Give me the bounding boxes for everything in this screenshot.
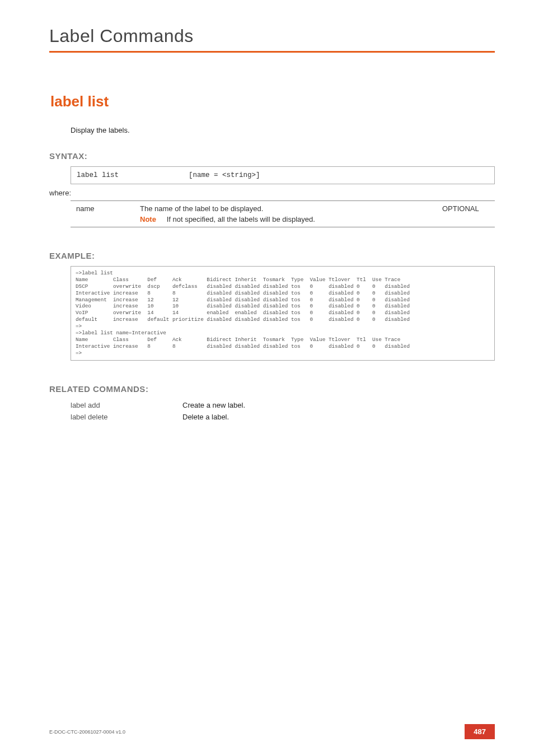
title-rule	[49, 51, 495, 53]
related-heading: RELATED COMMANDS:	[49, 384, 495, 394]
command-description: Display the labels.	[71, 126, 495, 134]
syntax-box: label list [name = <string>]	[71, 166, 495, 184]
command-title: label list	[50, 93, 495, 110]
related-desc: Delete a label.	[182, 413, 495, 421]
related-row: label add Create a new label.	[71, 399, 495, 411]
related-cmd: label add	[71, 401, 182, 409]
note-text: If not specified, all the labels will be…	[167, 215, 315, 223]
related-commands: label add Create a new label. label dele…	[71, 399, 495, 423]
page-footer: E-DOC-CTC-20061027-0004 v1.0 487	[49, 724, 495, 739]
related-desc: Create a new label.	[182, 401, 495, 409]
example-heading: EXAMPLE:	[49, 251, 495, 260]
param-desc: The name of the label to be displayed. N…	[140, 204, 442, 223]
note-label: Note	[140, 215, 165, 223]
param-optional: OPTIONAL	[442, 204, 493, 213]
chapter-title: Label Commands	[49, 26, 495, 46]
param-desc-line: The name of the label to be displayed.	[140, 204, 442, 213]
syntax-args: [name = <string>]	[189, 171, 260, 179]
param-row: name The name of the label to be display…	[71, 201, 495, 227]
syntax-command: label list	[77, 171, 189, 179]
page-number-badge: 487	[465, 724, 495, 739]
example-box: =>label list Name Class Def Ack Bidirect…	[71, 266, 495, 361]
param-name: name	[73, 204, 140, 213]
related-row: label delete Delete a label.	[71, 411, 495, 423]
related-cmd: label delete	[71, 413, 182, 421]
where-label: where:	[49, 189, 495, 197]
doc-id: E-DOC-CTC-20061027-0004 v1.0	[49, 729, 125, 735]
syntax-heading: SYNTAX:	[49, 151, 495, 161]
param-note: Note If not specified, all the labels wi…	[140, 215, 442, 223]
param-table: name The name of the label to be display…	[71, 200, 495, 227]
